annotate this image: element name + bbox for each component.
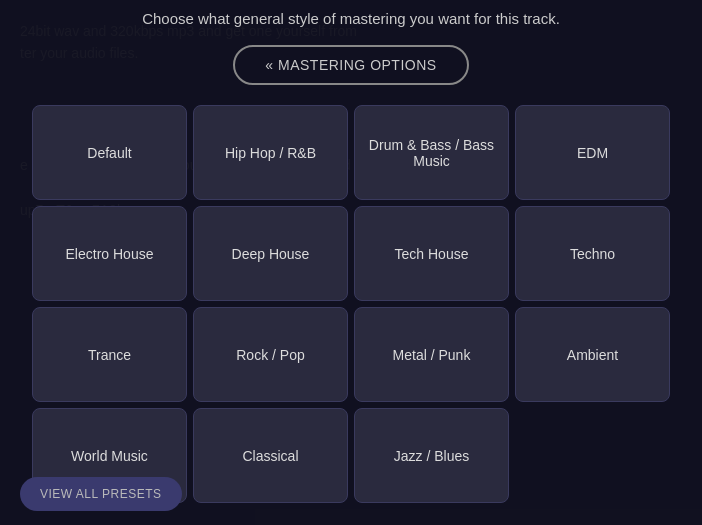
genre-tile-metal-punk[interactable]: Metal / Punk: [354, 307, 509, 402]
genre-tile-techno[interactable]: Techno: [515, 206, 670, 301]
header-description: Choose what general style of mastering y…: [102, 10, 600, 27]
genre-tile-edm[interactable]: EDM: [515, 105, 670, 200]
genre-tile-tech-house[interactable]: Tech House: [354, 206, 509, 301]
view-all-presets-button[interactable]: VIEW ALL PRESETS: [20, 477, 182, 511]
genre-label-edm: EDM: [569, 137, 616, 169]
genre-label-hip-hop-rnb: Hip Hop / R&B: [217, 137, 324, 169]
genre-grid: DefaultHip Hop / R&BDrum & Bass / Bass M…: [22, 105, 680, 503]
genre-tile-trance[interactable]: Trance: [32, 307, 187, 402]
genre-label-ambient: Ambient: [559, 339, 626, 371]
genre-tile-jazz-blues[interactable]: Jazz / Blues: [354, 408, 509, 503]
genre-tile-default[interactable]: Default: [32, 105, 187, 200]
genre-label-techno: Techno: [562, 238, 623, 270]
genre-label-default: Default: [79, 137, 139, 169]
genre-tile-ambient[interactable]: Ambient: [515, 307, 670, 402]
genre-label-metal-punk: Metal / Punk: [385, 339, 479, 371]
genre-label-tech-house: Tech House: [387, 238, 477, 270]
genre-label-jazz-blues: Jazz / Blues: [386, 440, 477, 472]
genre-label-drum-bass-music: Drum & Bass / Bass Music: [355, 129, 508, 177]
genre-tile-classical[interactable]: Classical: [193, 408, 348, 503]
genre-label-trance: Trance: [80, 339, 139, 371]
genre-tile-rock-pop[interactable]: Rock / Pop: [193, 307, 348, 402]
modal-container: Choose what general style of mastering y…: [0, 0, 702, 525]
genre-tile-hip-hop-rnb[interactable]: Hip Hop / R&B: [193, 105, 348, 200]
genre-tile-electro-house[interactable]: Electro House: [32, 206, 187, 301]
genre-tile-drum-bass-music[interactable]: Drum & Bass / Bass Music: [354, 105, 509, 200]
genre-label-electro-house: Electro House: [58, 238, 162, 270]
genre-tile-deep-house[interactable]: Deep House: [193, 206, 348, 301]
genre-label-deep-house: Deep House: [224, 238, 318, 270]
mastering-options-button[interactable]: « MASTERING OPTIONS: [233, 45, 468, 85]
genre-label-rock-pop: Rock / Pop: [228, 339, 312, 371]
genre-label-classical: Classical: [234, 440, 306, 472]
genre-label-world-music: World Music: [63, 440, 156, 472]
